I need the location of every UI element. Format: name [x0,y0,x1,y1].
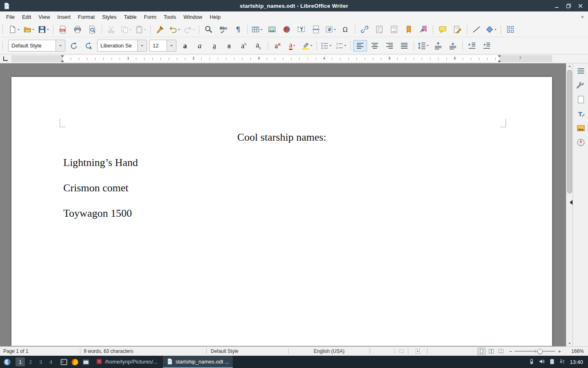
sidebar-tab-styles[interactable]: T [575,108,587,120]
paragraph-style-combo[interactable]: Default Style [8,40,65,52]
track-changes-button[interactable] [450,24,464,35]
menu-edit[interactable]: Edit [18,12,35,22]
title-bar[interactable]: startship_names.odt - LibreOffice Writer [0,0,588,11]
open-button[interactable] [22,24,36,35]
insert-cross-reference-button[interactable] [416,24,430,35]
vertical-scrollbar[interactable] [566,63,573,346]
menu-file[interactable]: File [2,12,18,22]
zoom-thumb[interactable] [537,349,543,354]
undo-button[interactable] [168,24,182,35]
formatting-marks-button[interactable]: ¶ [231,24,245,35]
open-dropdown-arrow[interactable] [32,28,35,31]
right-indent-marker[interactable] [498,55,501,62]
new-document-button[interactable] [7,24,21,35]
horizontal-ruler[interactable]: 1234567 [11,55,552,62]
new-document-dropdown-arrow[interactable] [17,28,20,31]
insert-text-box-button[interactable]: T [294,24,308,35]
basic-shapes-button[interactable] [484,24,498,35]
save-button[interactable] [37,24,51,35]
menu-table[interactable]: Table [120,12,140,22]
ordered-list-button[interactable]: 1.2. [334,40,348,52]
document-modified-indicator[interactable] [408,348,427,354]
redo-dropdown-arrow[interactable] [192,28,195,31]
clone-formatting-button[interactable] [153,24,167,35]
align-left-button[interactable] [353,40,367,52]
close-button[interactable] [578,3,583,9]
insert-bookmark-button[interactable] [402,24,416,35]
tab-stop-selector[interactable] [3,56,8,61]
document-heading[interactable]: Cool starship names: [63,130,500,145]
menu-format[interactable]: Format [74,12,98,22]
workspace-4[interactable]: 4 [46,357,56,366]
minimize-button[interactable] [554,3,559,9]
font-size-combo[interactable]: 12 [149,40,176,52]
italic-button[interactable]: a [193,40,207,52]
sidebar-tab-gallery[interactable] [575,122,587,134]
menu-styles[interactable]: Styles [98,12,120,22]
insert-field-dropdown-arrow[interactable] [334,28,336,31]
file-manager-launcher[interactable] [80,357,91,367]
book-view-button[interactable] [497,348,505,355]
applications-menu-button[interactable] [2,357,13,367]
print-preview-button[interactable] [85,24,99,35]
left-indent-marker[interactable] [61,55,65,62]
insert-hyperlink-button[interactable] [358,24,372,35]
document-page[interactable]: Cool starship names: Lightning’s HandCri… [11,77,552,346]
font-name-combo[interactable]: Liberation Se [97,40,147,52]
zoom-in-icon[interactable]: + [558,349,561,354]
window-button[interactable]: startship_names.odt ... [163,356,233,368]
menu-insert[interactable]: Insert [53,12,74,22]
highlight-color-dropdown-arrow[interactable] [310,44,313,47]
paragraph[interactable]: Toywagon 1500 [63,206,500,221]
close-document-icon[interactable]: × [581,14,584,20]
line-spacing-button[interactable] [416,40,430,52]
paragraph-style-dropdown-button[interactable] [56,40,65,51]
document-area[interactable]: Cool starship names: Lightning’s HandCri… [0,63,588,346]
zoom-out-icon[interactable]: − [509,349,512,354]
multi-page-view-button[interactable] [487,348,495,355]
menu-window[interactable]: Window [180,12,206,22]
terminal-launcher[interactable] [58,357,69,367]
restore-button[interactable] [566,3,571,9]
insert-page-break-button[interactable] [309,24,323,35]
menu-view[interactable]: View [35,12,53,22]
sidebar-tab-properties[interactable] [575,79,587,91]
page-style-indicator[interactable]: Default Style [207,348,288,354]
align-center-button[interactable] [368,40,382,52]
menu-tools[interactable]: Tools [160,12,180,22]
page-number-indicator[interactable]: Page 1 of 1 [0,348,80,354]
paste-dropdown-arrow[interactable] [144,28,147,31]
window-button[interactable]: /home/lynp/Pictures/... [92,356,161,368]
clipboard-tray-button[interactable] [549,358,555,366]
line-spacing-dropdown-arrow[interactable] [426,44,429,47]
paragraph[interactable]: Crismon comet [63,181,500,195]
superscript-button[interactable]: ab [237,40,251,52]
copy-dropdown-arrow[interactable] [129,28,132,31]
insert-field-button[interactable]: # [324,24,338,35]
insert-table-button[interactable] [250,24,264,35]
workspace-1[interactable]: 1 [16,357,25,366]
network-tray-button[interactable] [559,358,566,366]
sidebar-tab-navigator[interactable] [575,136,587,148]
decrease-indent-button[interactable] [480,40,494,52]
subscript-button[interactable]: ab [252,40,265,52]
highlight-color-button[interactable] [300,40,314,52]
volume-tray-button[interactable] [539,358,545,366]
align-justify-button[interactable] [397,40,411,52]
battery-tray-button[interactable] [528,358,535,366]
basic-shapes-dropdown-arrow[interactable] [494,28,497,31]
zoom-slider[interactable]: − + [509,349,561,354]
align-right-button[interactable] [383,40,396,52]
undo-dropdown-arrow[interactable] [178,28,180,31]
paragraph[interactable]: Lightning’s Hand [63,155,500,170]
insert-chart-button[interactable] [280,24,294,35]
firefox-launcher[interactable] [69,357,80,367]
save-dropdown-arrow[interactable] [47,28,49,31]
show-draw-functions-button[interactable] [503,24,517,35]
insert-endnote-button[interactable]: i [387,24,401,35]
insert-special-character-button[interactable]: Ω [339,24,352,35]
font-color-button[interactable]: a [285,40,299,52]
export-pdf-button[interactable]: PDF [56,24,70,35]
single-page-view-button[interactable] [477,348,486,355]
sidebar-tab-page[interactable] [575,93,587,105]
